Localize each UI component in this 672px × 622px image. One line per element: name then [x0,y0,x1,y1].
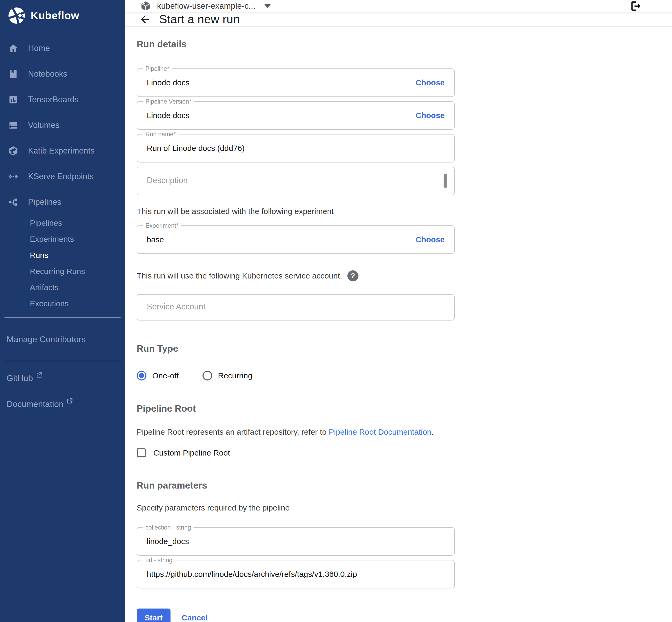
sidebar-nav: Home Notebooks TensorBoards Volumes [0,35,125,312]
sidebar-item-manage-contributors[interactable]: Manage Contributors [0,318,125,361]
run-form: Run details Pipeline* Linode docs Choose… [125,27,466,622]
sidebar-item-katib-experiments[interactable]: Katib Experiments [0,138,125,164]
description-placeholder: Description [147,176,188,185]
sidebar-external-links: GitHub Documentation [0,361,125,425]
sidebar-item-label: Pipelines [28,197,61,207]
notebook-icon [8,69,19,79]
run-parameters-subtitle: Specify parameters required by the pipel… [137,504,466,512]
page-title: Start a new run [159,12,240,26]
sidebar-item-label: KServe Endpoints [28,172,94,181]
service-account-note-row: This run will use the following Kubernet… [137,270,466,281]
description-field[interactable]: Description [137,167,455,195]
sidebar-item-tensorboards[interactable]: TensorBoards [0,87,125,112]
recurring-radio-label: Recurring [218,371,253,380]
one-off-radio-label: One-off [152,371,179,380]
external-link-icon [36,372,42,379]
run-name-field[interactable]: Run name* Run of Linode docs (ddd76) [137,134,455,163]
sidebar-item-pipelines[interactable]: Pipelines [0,189,125,215]
recurring-radio[interactable] [202,371,212,380]
pipeline-version-field-label: Pipeline Version* [143,98,194,105]
param-url-label: url - string [143,556,175,564]
run-name-field-value: Run of Linode docs (ddd76) [147,144,244,153]
experiment-field-value: base [147,235,164,244]
one-off-radio[interactable] [137,371,146,380]
run-name-field-label: Run name* [143,130,178,138]
sidebar-item-label: Katib Experiments [28,146,95,156]
logout-icon[interactable] [630,0,642,12]
back-arrow-icon[interactable] [139,13,151,25]
sidebar-item-label: Volumes [28,120,60,130]
sidebar-link-github[interactable]: GitHub [0,373,125,399]
brand-name: Kubeflow [31,10,79,22]
pipeline-field[interactable]: Pipeline* Linode docs Choose [137,68,455,97]
run-parameters-title: Run parameters [137,480,466,491]
pipeline-choose-button[interactable]: Choose [415,78,445,87]
run-type-options: One-off Recurring [137,371,466,380]
param-url-value: https://github.com/linode/docs/archive/r… [147,570,357,579]
experiment-choose-button[interactable]: Choose [415,235,445,244]
service-account-placeholder: Service Account [147,302,205,312]
sidebar-subitem-runs[interactable]: Runs [0,247,125,263]
sidebar-item-kserve-endpoints[interactable]: KServe Endpoints [0,164,125,189]
textarea-scrollbar-thumb[interactable] [444,174,447,188]
katib-hexagon-icon [8,146,19,156]
custom-pipeline-root-checkbox[interactable] [137,448,146,457]
pipeline-root-title: Pipeline Root [137,403,466,414]
sidebar-item-label: TensorBoards [28,95,78,104]
help-icon[interactable]: ? [347,270,359,281]
experiment-field-label: Experiment* [143,222,181,230]
topbar: kubeflow-user-example-c... [125,0,672,12]
sidebar-subitem-experiments[interactable]: Experiments [0,231,125,247]
pipelines-graph-icon [8,197,19,207]
run-details-title: Run details [137,39,466,49]
pipeline-field-value: Linode docs [147,78,190,87]
custom-pipeline-root-label: Custom Pipeline Root [153,448,230,457]
sidebar-item-label: Home [28,44,50,53]
namespace-package-icon [140,1,151,12]
param-collection-label: collection - string [143,523,194,531]
kubeflow-logo-icon [7,6,27,25]
page-header: Start a new run [125,12,672,27]
external-link-icon [66,398,73,405]
pipeline-version-field-value: Linode docs [147,111,190,120]
chevron-down-icon [264,4,271,8]
param-collection-field[interactable]: collection - string linode_docs [137,527,455,556]
home-icon [8,43,19,54]
kubeflow-app: Kubeflow Home Notebooks TensorBoards [0,0,672,622]
experiment-note: This run will be associated with the fol… [137,207,466,216]
pipeline-field-label: Pipeline* [143,65,172,73]
namespace-selector[interactable]: kubeflow-user-example-c... [140,1,271,12]
bar-chart-icon [8,94,19,105]
sidebar-item-home[interactable]: Home [0,35,125,61]
custom-pipeline-root-row: Custom Pipeline Root [137,448,466,457]
param-url-field[interactable]: url - string https://github.com/linode/d… [137,560,455,588]
sidebar-subitem-executions[interactable]: Executions [0,296,125,312]
storage-icon [8,120,19,131]
endpoints-arrows-icon [8,171,19,182]
pipeline-version-choose-button[interactable]: Choose [415,111,445,120]
start-button[interactable]: Start [137,609,170,622]
run-type-title: Run Type [137,343,466,354]
brand-header[interactable]: Kubeflow [0,0,125,31]
sidebar-subitem-artifacts[interactable]: Artifacts [0,279,125,296]
sidebar-item-volumes[interactable]: Volumes [0,112,125,138]
main-area: kubeflow-user-example-c... Start a new r… [125,0,672,622]
cancel-button[interactable]: Cancel [181,613,207,622]
sidebar-subitem-pipelines[interactable]: Pipelines [0,215,125,231]
pipeline-root-documentation-link[interactable]: Pipeline Root Documentation [329,427,431,436]
pipeline-root-description: Pipeline Root represents an artifact rep… [137,427,466,437]
form-actions: Start Cancel [137,609,466,622]
sidebar-item-label: Notebooks [28,69,67,79]
pipeline-version-field[interactable]: Pipeline Version* Linode docs Choose [137,101,455,130]
sidebar-link-documentation[interactable]: Documentation [0,399,125,425]
service-account-note: This run will use the following Kubernet… [137,271,342,280]
namespace-name: kubeflow-user-example-c... [157,1,256,11]
service-account-field[interactable]: Service Account [137,294,455,320]
experiment-field[interactable]: Experiment* base Choose [137,226,455,254]
param-collection-value: linode_docs [147,537,189,546]
sidebar-subitem-recurring-runs[interactable]: Recurring Runs [0,263,125,279]
sidebar-item-notebooks[interactable]: Notebooks [0,61,125,87]
sidebar: Kubeflow Home Notebooks TensorBoards [0,0,125,622]
